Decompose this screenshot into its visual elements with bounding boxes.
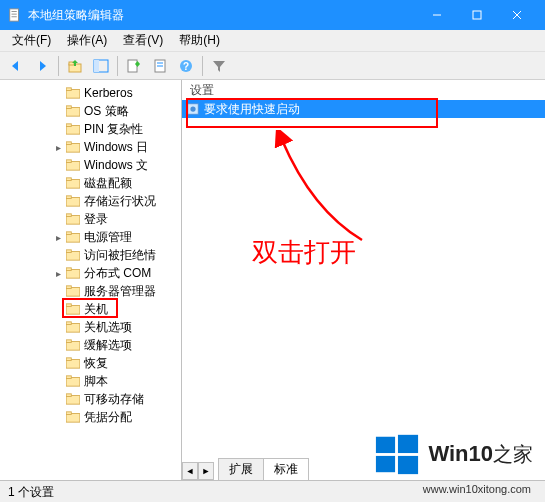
tree[interactable]: KerberosOS 策略PIN 复杂性▸Windows 日Windows 文磁…	[0, 80, 181, 430]
tree-item[interactable]: 脚本	[0, 372, 181, 390]
svg-rect-35	[66, 232, 71, 235]
tree-label: 磁盘配额	[84, 175, 132, 192]
tree-item[interactable]: Windows 文	[0, 156, 181, 174]
svg-rect-59	[398, 435, 418, 453]
svg-rect-39	[66, 268, 71, 271]
svg-rect-11	[94, 60, 99, 72]
annotation-arrow-icon	[262, 130, 382, 250]
tree-item[interactable]: 缓解选项	[0, 336, 181, 354]
tree-label: 电源管理	[84, 229, 132, 246]
menubar: 文件(F) 操作(A) 查看(V) 帮助(H)	[0, 30, 545, 52]
annotation-highlight-setting	[186, 98, 438, 128]
tree-item[interactable]: Kerberos	[0, 84, 181, 102]
annotation-highlight-tree	[62, 298, 118, 318]
tree-label: 缓解选项	[84, 337, 132, 354]
tree-item[interactable]: 恢复	[0, 354, 181, 372]
svg-rect-0	[10, 9, 19, 21]
filter-button[interactable]	[207, 54, 231, 78]
close-button[interactable]	[497, 0, 537, 30]
expand-icon[interactable]: ▸	[52, 231, 64, 243]
svg-rect-44	[66, 324, 80, 333]
export-button[interactable]	[122, 54, 146, 78]
window-title: 本地组策略编辑器	[28, 7, 417, 24]
annotation-text: 双击打开	[252, 235, 356, 270]
tree-item[interactable]: 磁盘配额	[0, 174, 181, 192]
tree-label: 存储运行状况	[84, 193, 156, 210]
tab-scroll-left[interactable]: ◄	[182, 462, 198, 480]
tree-item[interactable]: ▸电源管理	[0, 228, 181, 246]
tree-pane: KerberosOS 策略PIN 复杂性▸Windows 日Windows 文磁…	[0, 80, 182, 480]
svg-rect-25	[66, 142, 71, 145]
tree-item[interactable]: 存储运行状况	[0, 192, 181, 210]
menu-action[interactable]: 操作(A)	[59, 30, 115, 51]
svg-rect-60	[376, 456, 395, 472]
back-button[interactable]	[4, 54, 28, 78]
toolbar-separator	[202, 56, 203, 76]
tab-scroll-right[interactable]: ►	[198, 462, 214, 480]
tab-extended[interactable]: 扩展	[218, 458, 264, 480]
svg-rect-12	[128, 60, 137, 72]
tree-item[interactable]: PIN 复杂性	[0, 120, 181, 138]
tree-label: 恢复	[84, 355, 108, 372]
detail-tabs: ◄ ► 扩展 标准	[182, 458, 308, 480]
help-button[interactable]: ?	[174, 54, 198, 78]
svg-rect-58	[376, 437, 395, 453]
svg-rect-31	[66, 196, 71, 199]
svg-rect-24	[66, 144, 80, 153]
refresh-button[interactable]	[148, 54, 172, 78]
toolbar: ?	[0, 52, 545, 80]
show-hide-tree-button[interactable]	[89, 54, 113, 78]
menu-help[interactable]: 帮助(H)	[171, 30, 228, 51]
svg-rect-19	[66, 88, 71, 91]
svg-rect-53	[66, 394, 71, 397]
tree-item[interactable]: ▸分布式 COM	[0, 264, 181, 282]
detail-column-header[interactable]: 设置	[182, 80, 545, 100]
tree-item[interactable]: 登录	[0, 210, 181, 228]
tree-label: PIN 复杂性	[84, 121, 143, 138]
svg-rect-61	[398, 456, 418, 474]
tab-standard[interactable]: 标准	[263, 458, 309, 480]
svg-rect-46	[66, 342, 80, 351]
maximize-button[interactable]	[457, 0, 497, 30]
tree-label: Windows 日	[84, 139, 148, 156]
minimize-button[interactable]	[417, 0, 457, 30]
svg-rect-51	[66, 376, 71, 379]
menu-view[interactable]: 查看(V)	[115, 30, 171, 51]
svg-rect-45	[66, 322, 71, 325]
svg-rect-30	[66, 198, 80, 207]
tree-item[interactable]: ▸Windows 日	[0, 138, 181, 156]
svg-rect-23	[66, 124, 71, 127]
svg-rect-32	[66, 216, 80, 225]
tree-item[interactable]: 可移动存储	[0, 390, 181, 408]
tree-label: 登录	[84, 211, 108, 228]
expand-icon[interactable]: ▸	[52, 141, 64, 153]
tree-label: 访问被拒绝情	[84, 247, 156, 264]
up-folder-button[interactable]	[63, 54, 87, 78]
watermark: Win10之家	[374, 431, 533, 477]
watermark-brand: Win10之家	[428, 441, 533, 468]
svg-rect-21	[66, 106, 71, 109]
svg-rect-26	[66, 162, 80, 171]
status-text: 1 个设置	[8, 485, 54, 499]
svg-rect-50	[66, 378, 80, 387]
menu-file[interactable]: 文件(F)	[4, 30, 59, 51]
svg-rect-37	[66, 250, 71, 253]
tree-label: 关机选项	[84, 319, 132, 336]
svg-rect-49	[66, 358, 71, 361]
watermark-url: www.win10xitong.com	[423, 483, 531, 495]
tree-item[interactable]: 关机选项	[0, 318, 181, 336]
svg-rect-40	[66, 288, 80, 297]
svg-rect-27	[66, 160, 71, 163]
tree-item[interactable]: 凭据分配	[0, 408, 181, 426]
titlebar: 本地组策略编辑器	[0, 0, 545, 30]
toolbar-separator	[58, 56, 59, 76]
svg-rect-34	[66, 234, 80, 243]
svg-rect-47	[66, 340, 71, 343]
tree-item[interactable]: OS 策略	[0, 102, 181, 120]
forward-button[interactable]	[30, 54, 54, 78]
tree-label: 凭据分配	[84, 409, 132, 426]
tree-label: 服务器管理器	[84, 283, 156, 300]
expand-icon[interactable]: ▸	[52, 267, 64, 279]
tree-label: 脚本	[84, 373, 108, 390]
tree-item[interactable]: 访问被拒绝情	[0, 246, 181, 264]
